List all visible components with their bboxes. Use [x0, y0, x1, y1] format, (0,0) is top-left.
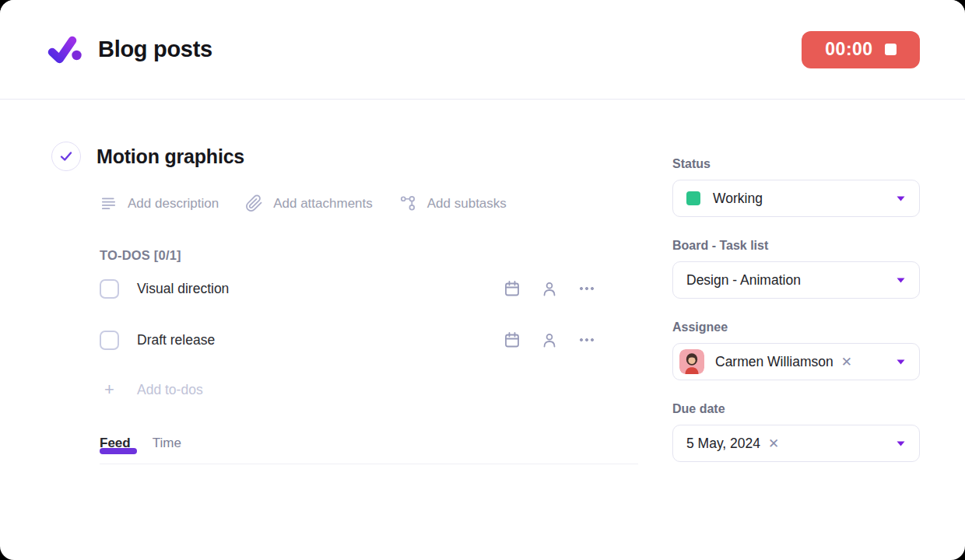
add-subtasks-label: Add subtasks — [427, 196, 507, 212]
description-lines-icon — [100, 194, 118, 212]
due-date-select[interactable]: 5 May, 2024 ✕ — [672, 425, 920, 462]
paperclip-icon — [245, 194, 263, 212]
tab-time-label: Time — [153, 436, 181, 450]
calendar-icon[interactable] — [503, 279, 521, 298]
assignee-icon[interactable] — [540, 331, 559, 349]
status-label: Status — [672, 157, 920, 171]
status-select[interactable]: Working — [672, 180, 920, 217]
todo-row: Draft release — [100, 314, 638, 366]
status-group: Status Working — [672, 157, 920, 217]
due-date-group: Due date 5 May, 2024 ✕ — [672, 402, 920, 462]
status-color-swatch — [686, 191, 700, 205]
add-attachments-button[interactable]: Add attachments — [245, 194, 373, 212]
assignee-icon[interactable] — [540, 279, 559, 298]
todo-checkbox[interactable] — [100, 331, 119, 350]
board-select[interactable]: Design - Animation — [672, 261, 920, 299]
more-dots-icon[interactable] — [577, 279, 596, 298]
chevron-down-icon — [896, 195, 906, 202]
chevron-down-icon — [896, 359, 906, 366]
calendar-icon[interactable] — [503, 331, 521, 349]
tab-feed[interactable]: Feed — [100, 436, 131, 451]
app-logo-icon — [47, 33, 82, 66]
subtasks-icon — [399, 194, 417, 212]
assignee-avatar — [679, 349, 704, 374]
status-value: Working — [713, 191, 763, 207]
tab-time[interactable]: Time — [153, 436, 181, 451]
task-body: Add description Add attachments — [51, 194, 638, 464]
main-content: Motion graphics Add description — [0, 100, 965, 464]
timer-value: 00:00 — [825, 39, 872, 60]
remove-due-date-icon[interactable]: ✕ — [768, 437, 779, 450]
detail-tabs: Feed Time — [100, 436, 638, 464]
due-date-value: 5 May, 2024 — [686, 436, 760, 452]
header: Blog posts 00:00 — [0, 0, 965, 100]
active-tab-indicator — [100, 448, 137, 454]
task-title: Motion graphics — [96, 145, 244, 168]
stop-square-icon — [885, 44, 897, 55]
task-header: Motion graphics — [51, 142, 638, 171]
chevron-down-icon — [896, 277, 906, 284]
add-todo-label: Add to-dos — [137, 382, 203, 398]
check-icon — [58, 148, 75, 165]
task-panel: Motion graphics Add description — [51, 142, 638, 464]
board-label: Board - Task list — [672, 239, 920, 253]
todos-section-header: TO-DOS [0/1] — [100, 248, 638, 263]
task-properties-sidebar: Status Working Board - Task list Design … — [672, 142, 920, 464]
add-subtasks-button[interactable]: Add subtasks — [399, 194, 507, 212]
add-attachments-label: Add attachments — [273, 196, 373, 212]
todo-checkbox[interactable] — [100, 279, 119, 299]
todo-label: Draft release — [137, 332, 215, 348]
remove-assignee-icon[interactable]: ✕ — [841, 355, 852, 369]
task-actions: Add description Add attachments — [100, 194, 638, 212]
assignee-label: Assignee — [672, 320, 920, 334]
timer-stop-button[interactable]: 00:00 — [802, 31, 920, 68]
assignee-group: Assignee Carmen Williamson ✕ — [672, 320, 920, 380]
assignee-value: Carmen Williamson — [715, 354, 833, 370]
app-window: Blog posts 00:00 Motion graphics — [0, 0, 965, 560]
due-date-label: Due date — [672, 402, 920, 416]
task-complete-checkbox[interactable] — [51, 142, 81, 171]
todo-label: Visual direction — [137, 281, 229, 297]
board-value: Design - Animation — [686, 272, 801, 289]
plus-icon: + — [100, 380, 119, 400]
add-description-label: Add description — [128, 196, 219, 212]
add-description-button[interactable]: Add description — [100, 194, 219, 212]
more-dots-icon[interactable] — [577, 331, 596, 349]
add-todo-button[interactable]: + Add to-dos — [100, 380, 638, 400]
chevron-down-icon — [896, 440, 906, 447]
assignee-select[interactable]: Carmen Williamson ✕ — [672, 343, 920, 380]
page-title: Blog posts — [98, 37, 212, 62]
board-group: Board - Task list Design - Animation — [672, 239, 920, 299]
todo-row: Visual direction — [100, 263, 638, 314]
